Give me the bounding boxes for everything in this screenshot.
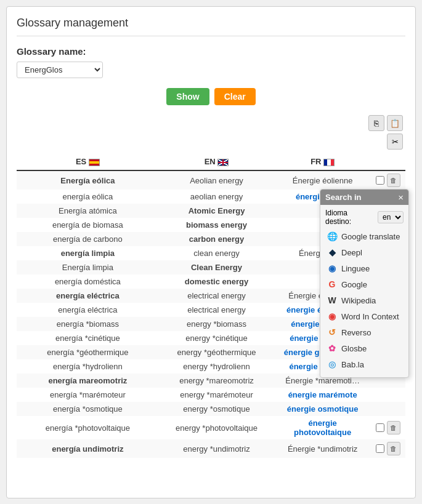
cell-es: energía *cinétique: [17, 331, 159, 345]
cell-es: energía eólica: [17, 190, 159, 204]
cell-es: energía doméstica: [17, 274, 159, 289]
cell-actions: [371, 388, 405, 402]
cell-en: energy *photovoltaique: [159, 416, 275, 439]
cell-en: Aeolian energy: [159, 170, 275, 190]
table-row: energía *marémoteurenergy *marémoteuréne…: [17, 388, 405, 402]
idioma-row: Idioma destino: en: [320, 205, 408, 228]
cell-en: electrical energy: [159, 303, 275, 317]
search-item-reverso[interactable]: ↺Reverso: [320, 324, 408, 340]
show-button[interactable]: Show: [166, 88, 209, 105]
wordincontext-icon: ◉: [327, 311, 338, 322]
cell-en: carbon energy: [159, 232, 275, 246]
cell-actions: [371, 402, 405, 416]
cell-es: Energía eólica: [17, 170, 159, 190]
cell-en: domestic energy: [159, 274, 275, 289]
cell-actions: 🗑: [371, 170, 405, 190]
cell-es: energía *géothermique: [17, 345, 159, 359]
row-delete-button[interactable]: 🗑: [387, 442, 400, 455]
copy-icon: ⎘: [374, 119, 379, 128]
cell-es: Energía limpia: [17, 260, 159, 274]
cell-fr: énergie photovoltaique: [274, 416, 371, 439]
search-item-label: Reverso: [341, 328, 371, 337]
cell-fr: énergie osmotique: [274, 402, 371, 416]
clipboard-button[interactable]: 📋: [387, 115, 403, 131]
cell-es: energía *photovoltaique: [17, 416, 159, 439]
idioma-label: Idioma destino:: [325, 209, 375, 226]
cell-en: energy *undimotriz: [159, 439, 275, 458]
row-checkbox[interactable]: [376, 423, 384, 432]
cell-en: biomass energy: [159, 218, 275, 232]
cell-en: energy *biomass: [159, 317, 275, 331]
button-row: Show Clear: [17, 88, 405, 105]
cell-fr: Énergie éolienne: [274, 170, 371, 190]
babla-icon: ◎: [327, 359, 338, 370]
row-checkbox[interactable]: [376, 444, 384, 453]
cell-en: electrical energy: [159, 289, 275, 303]
search-item-label: Deepl: [341, 248, 362, 257]
glossary-section: Glossary name: EnergGlos: [17, 46, 405, 78]
cell-es: energía undimotriz: [17, 439, 159, 458]
cell-fr: énergie marémote: [274, 388, 371, 402]
search-item-google-translate[interactable]: 🌐Google translate: [320, 228, 408, 244]
cell-es: energía de biomasa: [17, 218, 159, 232]
search-item-babla[interactable]: ◎Bab.la: [320, 356, 408, 372]
search-popup: Search in × Idioma destino: en 🌐Google t…: [320, 189, 409, 378]
search-item-wordincontext[interactable]: ◉Word In Context: [320, 308, 408, 324]
scissors-button[interactable]: ✂: [387, 134, 403, 150]
cell-es: energía *marémoteur: [17, 388, 159, 402]
cell-en: energy *cinétique: [159, 331, 275, 345]
toolbar-row: ⎘ 📋: [17, 115, 405, 131]
search-item-google[interactable]: GGoogle: [320, 276, 408, 292]
cell-es: energía *biomass: [17, 317, 159, 331]
cell-es: energía limpia: [17, 246, 159, 260]
row-delete-button[interactable]: 🗑: [387, 421, 400, 434]
table-header-row: ES EN FR: [17, 153, 405, 170]
cell-en: aeolian energy: [159, 190, 275, 204]
cell-es: energía *hydrolienn: [17, 359, 159, 374]
cell-en: energy *géothermique: [159, 345, 275, 359]
cell-es: energía de carbono: [17, 232, 159, 246]
glossary-select[interactable]: EnergGlos: [17, 62, 103, 78]
cell-en: energy *hydrolienn: [159, 359, 275, 374]
search-item-label: Word In Context: [341, 312, 399, 321]
clear-button[interactable]: Clear: [214, 88, 256, 105]
cell-es: energía *osmotique: [17, 402, 159, 416]
search-item-label: Google: [341, 280, 367, 289]
search-item-label: Wikipedia: [341, 296, 376, 305]
clipboard-icon: 📋: [390, 119, 400, 128]
cell-es: Energía atómica: [17, 204, 159, 218]
action-cell: 🗑: [376, 421, 400, 434]
search-item-linguee[interactable]: ◉Linguee: [320, 260, 408, 276]
search-item-label: Glosbe: [341, 344, 367, 353]
search-item-wikipedia[interactable]: WWikipedia: [320, 292, 408, 308]
wikipedia-icon: W: [327, 295, 338, 306]
table-row: energía *photovoltaiqueenergy *photovolt…: [17, 416, 405, 439]
cell-en: Clean Energy: [159, 260, 275, 274]
search-popup-close-button[interactable]: ×: [398, 193, 404, 202]
deepl-icon: ◆: [327, 247, 338, 258]
search-item-label: Google translate: [341, 232, 400, 241]
cell-es: energía eléctrica: [17, 303, 159, 317]
search-item-deepl[interactable]: ◆Deepl: [320, 244, 408, 260]
search-item-label: Bab.la: [341, 360, 364, 369]
cell-actions: 🗑: [371, 416, 405, 439]
row-checkbox[interactable]: [376, 176, 384, 185]
col-header-fr: FR: [274, 153, 371, 170]
cell-en: energy *marémoteur: [159, 388, 275, 402]
col-header-en: EN: [159, 153, 275, 170]
row-delete-button[interactable]: 🗑: [387, 174, 400, 187]
idioma-select[interactable]: en: [378, 211, 404, 223]
cell-actions: 🗑: [371, 439, 405, 458]
cell-en: energy *osmotique: [159, 402, 275, 416]
cell-en: clean energy: [159, 246, 275, 260]
col-header-es: ES: [17, 153, 159, 170]
copy-button[interactable]: ⎘: [368, 115, 384, 131]
action-cell: 🗑: [376, 442, 400, 455]
page-title: Glossary management: [17, 17, 405, 36]
search-item-glosbe[interactable]: ✿Glosbe: [320, 340, 408, 356]
cell-es: energía eléctrica: [17, 289, 159, 303]
glosbe-icon: ✿: [327, 343, 338, 354]
action-cell: 🗑: [376, 174, 400, 187]
cell-en: Atomic Energy: [159, 204, 275, 218]
cell-en: energy *mareomotriz: [159, 374, 275, 388]
